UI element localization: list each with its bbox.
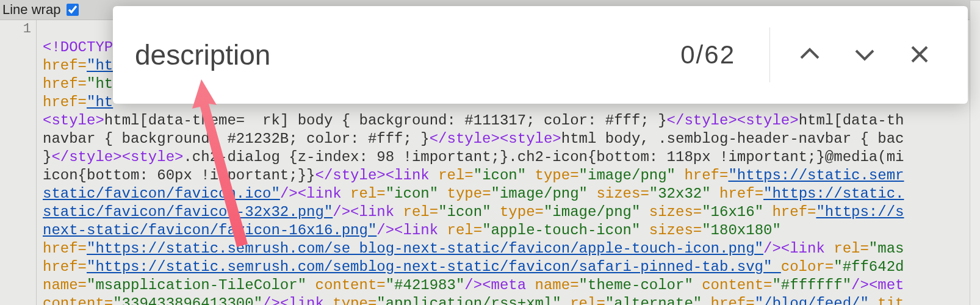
code-token: color= bbox=[781, 259, 834, 275]
code-token: <!DOCTYP bbox=[43, 39, 113, 56]
close-icon bbox=[907, 42, 932, 68]
code-token: href= bbox=[684, 167, 728, 184]
code-token: name= bbox=[43, 277, 87, 293]
code-link[interactable]: next-static/favicon/favicon-16x16.png" bbox=[43, 222, 377, 239]
code-token: type= bbox=[333, 295, 377, 305]
code-link[interactable]: "https://static.semr bbox=[728, 167, 904, 184]
code-token: type= bbox=[500, 204, 544, 220]
code-token: html body, .semblog-header-navbar { bac bbox=[561, 131, 904, 147]
code-token: "icon" bbox=[386, 185, 447, 202]
code-token: content= bbox=[43, 295, 113, 305]
code-token: } bbox=[43, 149, 51, 165]
code-token: navbar { background: #21232B; color: #ff… bbox=[43, 131, 430, 147]
code-link[interactable]: "ht bbox=[87, 94, 113, 110]
code-token: html[data-th bbox=[799, 112, 904, 129]
code-token: tit bbox=[877, 295, 904, 305]
code-token: sizes= bbox=[596, 185, 649, 202]
code-token: <link bbox=[350, 204, 403, 220]
linewrap-label: Line wrap bbox=[2, 2, 60, 18]
linewrap-control[interactable]: Line wrap bbox=[2, 2, 81, 18]
code-token: "ht bbox=[87, 76, 113, 92]
code-token: "#ffffff" bbox=[772, 277, 851, 293]
code-token: "#421983" bbox=[386, 277, 465, 293]
code-token: href= bbox=[719, 185, 763, 202]
code-token: .ch2-dialog {z-index: 98 !important;}.ch… bbox=[183, 149, 904, 165]
code-token: /> bbox=[333, 204, 350, 220]
code-token: <link bbox=[280, 295, 333, 305]
code-token: type= bbox=[447, 185, 491, 202]
code-token: content= bbox=[315, 277, 385, 293]
code-token: "mas bbox=[869, 240, 904, 257]
code-token: "apple-touch-icon" bbox=[482, 222, 649, 239]
code-token: "image/png" bbox=[579, 167, 685, 184]
find-next-button[interactable] bbox=[843, 34, 886, 76]
code-token: <style> bbox=[122, 149, 184, 165]
code-token: <link bbox=[781, 240, 834, 257]
code-token: name= bbox=[535, 277, 579, 293]
code-token: </style> bbox=[315, 167, 385, 184]
line-number: 1 bbox=[0, 20, 31, 38]
code-token: sizes= bbox=[649, 222, 702, 239]
code-token: </style> bbox=[430, 131, 500, 147]
code-token: /> bbox=[763, 240, 781, 257]
code-token: href= bbox=[43, 259, 87, 275]
code-link[interactable]: static/favicon/favicon.ico" bbox=[43, 185, 280, 202]
code-token: html[data-theme= rk] body { background: … bbox=[104, 112, 667, 129]
code-link[interactable]: "ht bbox=[87, 57, 113, 74]
code-token: "application/rss+xml" bbox=[377, 295, 570, 305]
code-link[interactable]: "https://s bbox=[816, 204, 904, 220]
code-token: content= bbox=[702, 277, 772, 293]
code-token: rel= bbox=[403, 204, 439, 220]
code-token: /> bbox=[377, 222, 394, 239]
code-token: "icon" bbox=[438, 204, 500, 220]
code-link[interactable]: "https://static.semrush.com/semblog-next… bbox=[87, 259, 781, 275]
code-token: </style> bbox=[667, 112, 737, 129]
linewrap-checkbox[interactable] bbox=[67, 4, 79, 16]
code-token: <link bbox=[394, 222, 447, 239]
code-token: <met bbox=[869, 277, 904, 293]
code-token: /> bbox=[464, 277, 482, 293]
code-token: /> bbox=[262, 295, 280, 305]
code-token: icon{bottom: 60px !important;}} bbox=[43, 167, 315, 184]
code-token: sizes= bbox=[649, 204, 702, 220]
code-token: type= bbox=[535, 167, 579, 184]
code-token: "339433896413300" bbox=[113, 295, 262, 305]
code-token: "alternate" bbox=[605, 295, 711, 305]
code-token: "180x180" bbox=[702, 222, 781, 239]
code-token: href= bbox=[772, 204, 816, 220]
code-token: /> bbox=[280, 185, 298, 202]
vertical-scrollbar[interactable] bbox=[970, 0, 980, 305]
code-token: <style> bbox=[500, 131, 561, 147]
code-link[interactable]: static/favicon/favicon-32x32.png" bbox=[43, 204, 333, 220]
code-token: <link bbox=[386, 167, 438, 184]
find-close-button[interactable] bbox=[898, 34, 941, 76]
find-input[interactable] bbox=[134, 38, 658, 72]
code-token: <meta bbox=[482, 277, 535, 293]
code-token: "theme-color" bbox=[579, 277, 702, 293]
code-token: "32x32" bbox=[649, 185, 719, 202]
code-token: "#ff642d bbox=[834, 259, 904, 275]
code-token: rel= bbox=[438, 167, 474, 184]
divider bbox=[769, 27, 770, 82]
code-token: "msapplication-TileColor" bbox=[87, 277, 315, 293]
code-token: "image/png" bbox=[491, 185, 597, 202]
code-token: "icon" bbox=[474, 167, 535, 184]
find-count: 0/62 bbox=[680, 40, 735, 70]
code-link[interactable]: "https://static.semrush.com/se blog-next… bbox=[87, 240, 763, 257]
find-bar: 0/62 bbox=[113, 6, 968, 104]
code-token: <style> bbox=[43, 112, 104, 129]
code-token: <style> bbox=[737, 112, 799, 129]
code-token: href= bbox=[43, 240, 87, 257]
code-token: "16x16" bbox=[702, 204, 772, 220]
code-token: rel= bbox=[447, 222, 483, 239]
code-link[interactable]: "https://static. bbox=[763, 185, 904, 202]
line-gutter: 1 bbox=[0, 20, 37, 305]
code-token: "image/png" bbox=[544, 204, 649, 220]
code-token: href= bbox=[43, 57, 87, 74]
code-token: href= bbox=[43, 94, 87, 110]
chevron-up-icon bbox=[798, 42, 822, 68]
code-token: /> bbox=[851, 277, 869, 293]
chevron-down-icon bbox=[852, 42, 877, 68]
code-link[interactable]: "/blog/feed/" bbox=[755, 295, 878, 305]
find-prev-button[interactable] bbox=[788, 34, 831, 76]
